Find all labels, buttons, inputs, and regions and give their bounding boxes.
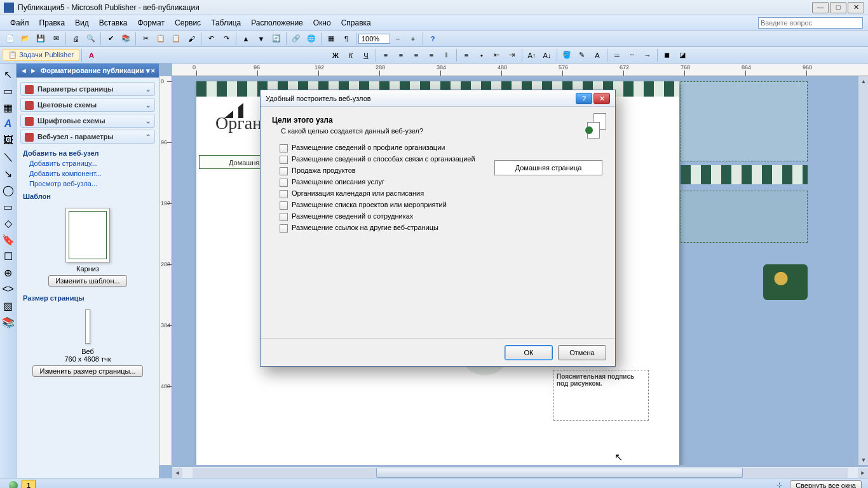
bold-icon[interactable]: Ж bbox=[329, 48, 342, 62]
taskpane-fwd-icon[interactable]: ► bbox=[30, 67, 37, 74]
tasks-button[interactable]: 📋 Задачи Publisher bbox=[3, 49, 79, 61]
goal-checkbox-2[interactable] bbox=[280, 167, 288, 175]
link-add-page[interactable]: Добавить страницу... bbox=[17, 158, 159, 168]
goal-checkbox-3[interactable] bbox=[280, 179, 288, 187]
scroll-left-icon[interactable]: ◄ bbox=[172, 468, 182, 478]
line-color-icon[interactable]: ✎ bbox=[575, 48, 589, 62]
goal-checkbox-0[interactable] bbox=[280, 144, 288, 152]
send-back-icon[interactable]: ▼ bbox=[254, 32, 268, 46]
spellcheck-icon[interactable]: ✔ bbox=[104, 32, 118, 46]
select-tool-icon[interactable]: ↖ bbox=[1, 67, 15, 81]
goal-checkbox-7[interactable] bbox=[280, 224, 288, 233]
goal-checkbox-6[interactable] bbox=[280, 213, 288, 221]
research-icon[interactable]: 📚 bbox=[119, 32, 133, 46]
minimize-button[interactable]: — bbox=[812, 2, 829, 13]
menu-file[interactable]: Файл bbox=[5, 17, 34, 29]
web-preview-icon[interactable]: 🌐 bbox=[304, 32, 318, 46]
image-caption-box[interactable]: Пояснительная подпись под рисунком. bbox=[553, 370, 649, 421]
shadow-icon[interactable]: ◼ bbox=[660, 48, 674, 62]
mail-icon[interactable]: ✉ bbox=[49, 32, 63, 46]
horizontal-ruler[interactable]: 096192288384480576672768864960 bbox=[172, 64, 868, 76]
link-add-component[interactable]: Добавить компонент... bbox=[17, 168, 159, 179]
scroll-down-icon[interactable]: ▼ bbox=[858, 455, 868, 465]
cut-icon[interactable]: ✂ bbox=[139, 32, 153, 46]
help-icon[interactable]: ? bbox=[426, 32, 440, 46]
hotspot-tool-icon[interactable]: ⊕ bbox=[1, 266, 15, 280]
menu-table[interactable]: Таблица bbox=[206, 17, 246, 29]
change-pagesize-button[interactable]: Изменить размер страницы... bbox=[32, 365, 142, 377]
side-placeholder-2[interactable] bbox=[681, 191, 808, 243]
redo-icon[interactable]: ↷ bbox=[219, 32, 233, 46]
arrow-style-icon[interactable]: → bbox=[641, 48, 654, 62]
3d-icon[interactable]: ◪ bbox=[675, 48, 689, 62]
menu-window[interactable]: Окно bbox=[308, 17, 336, 29]
copy-icon[interactable]: 📋 bbox=[154, 32, 168, 46]
design-gallery-icon[interactable]: ▧ bbox=[1, 299, 15, 313]
line-tool-icon[interactable]: ＼ bbox=[1, 150, 15, 164]
zoom-out-icon[interactable]: − bbox=[391, 32, 405, 46]
increase-indent-icon[interactable]: ⇥ bbox=[505, 48, 519, 62]
taskpane-dropdown-icon[interactable]: ▾ bbox=[146, 67, 150, 75]
goal-checkbox-5[interactable] bbox=[280, 201, 288, 210]
goal-checkbox-1[interactable] bbox=[280, 156, 288, 164]
special-char-icon[interactable]: ¶ bbox=[339, 32, 353, 46]
font-color-icon[interactable]: A bbox=[85, 48, 98, 62]
print-preview-icon[interactable]: 🔍 bbox=[84, 32, 98, 46]
columns-icon[interactable]: ▦ bbox=[324, 32, 338, 46]
open-icon[interactable]: 📂 bbox=[18, 32, 32, 46]
font-color2-icon[interactable]: A bbox=[590, 48, 604, 62]
change-template-button[interactable]: Изменить шаблон... bbox=[48, 275, 126, 287]
menu-format[interactable]: Формат bbox=[132, 17, 170, 29]
paste-icon[interactable]: 📋 bbox=[169, 32, 183, 46]
form-tool-icon[interactable]: ☐ bbox=[1, 249, 15, 263]
page-1-tab[interactable]: 1 bbox=[22, 480, 36, 489]
hyperlink-icon[interactable]: 🔗 bbox=[289, 32, 303, 46]
section-font-schemes[interactable]: Шрифтовые схемы⌄ bbox=[20, 114, 155, 128]
italic-icon[interactable]: К bbox=[344, 48, 358, 62]
decrease-indent-icon[interactable]: ⇤ bbox=[490, 48, 504, 62]
textbox-tool-icon[interactable]: ▭ bbox=[1, 84, 15, 98]
side-placeholder-1[interactable] bbox=[681, 81, 808, 161]
template-thumbnail[interactable] bbox=[65, 208, 110, 262]
taskpane-back-icon[interactable]: ◄ bbox=[20, 67, 27, 74]
oval-tool-icon[interactable]: ◯ bbox=[1, 183, 15, 197]
collapse-windows-button[interactable]: Свернуть все окна bbox=[790, 480, 862, 489]
menu-tools[interactable]: Сервис bbox=[170, 17, 206, 29]
numbering-icon[interactable]: ≡ bbox=[459, 48, 473, 62]
picture-tool-icon[interactable]: 🖼 bbox=[1, 133, 15, 147]
print-icon[interactable]: 🖨 bbox=[69, 32, 83, 46]
align-left-icon[interactable]: ≡ bbox=[379, 48, 393, 62]
section-page-options[interactable]: Параметры страницы⌄ bbox=[20, 82, 155, 96]
format-painter-icon[interactable]: 🖌 bbox=[184, 32, 198, 46]
bring-front-icon[interactable]: ▲ bbox=[239, 32, 253, 46]
zoom-combo[interactable]: 100% bbox=[358, 34, 390, 44]
dialog-close-button[interactable]: ✕ bbox=[593, 93, 610, 104]
zoom-in-icon[interactable]: + bbox=[406, 32, 420, 46]
underline-icon[interactable]: Ч bbox=[359, 48, 373, 62]
rect-tool-icon[interactable]: ▭ bbox=[1, 200, 15, 214]
arrow-tool-icon[interactable]: ↘ bbox=[1, 166, 15, 180]
align-right-icon[interactable]: ≡ bbox=[409, 48, 423, 62]
taskpane-close-icon[interactable]: × bbox=[151, 67, 155, 74]
align-justify-icon[interactable]: ≡ bbox=[424, 48, 438, 62]
rotate-icon[interactable]: 🔄 bbox=[269, 32, 283, 46]
maximize-button[interactable]: □ bbox=[830, 2, 846, 13]
help-search-input[interactable] bbox=[758, 17, 863, 29]
scroll-right-icon[interactable]: ► bbox=[858, 468, 868, 478]
bullets-icon[interactable]: • bbox=[475, 48, 489, 62]
goal-checkbox-4[interactable] bbox=[280, 190, 288, 198]
menu-edit[interactable]: Правка bbox=[34, 17, 71, 29]
vertical-ruler[interactable]: 096192288384480 bbox=[159, 76, 172, 465]
align-center-icon[interactable]: ≡ bbox=[394, 48, 408, 62]
close-button[interactable]: ✕ bbox=[848, 2, 864, 13]
dialog-help-button[interactable]: ? bbox=[576, 93, 592, 104]
wordart-tool-icon[interactable]: A bbox=[1, 117, 15, 131]
menu-insert[interactable]: Вставка bbox=[94, 17, 133, 29]
menu-arrange[interactable]: Расположение bbox=[246, 17, 308, 29]
link-preview-website[interactable]: Просмотр веб-узла... bbox=[17, 179, 159, 189]
side-image-placeholder[interactable] bbox=[763, 264, 808, 300]
save-icon[interactable]: 💾 bbox=[34, 32, 48, 46]
hscroll-thumb[interactable] bbox=[376, 468, 743, 478]
menu-help[interactable]: Справка bbox=[336, 17, 376, 29]
dialog-titlebar[interactable]: Удобный построитель веб-узлов ? ✕ bbox=[261, 90, 615, 107]
